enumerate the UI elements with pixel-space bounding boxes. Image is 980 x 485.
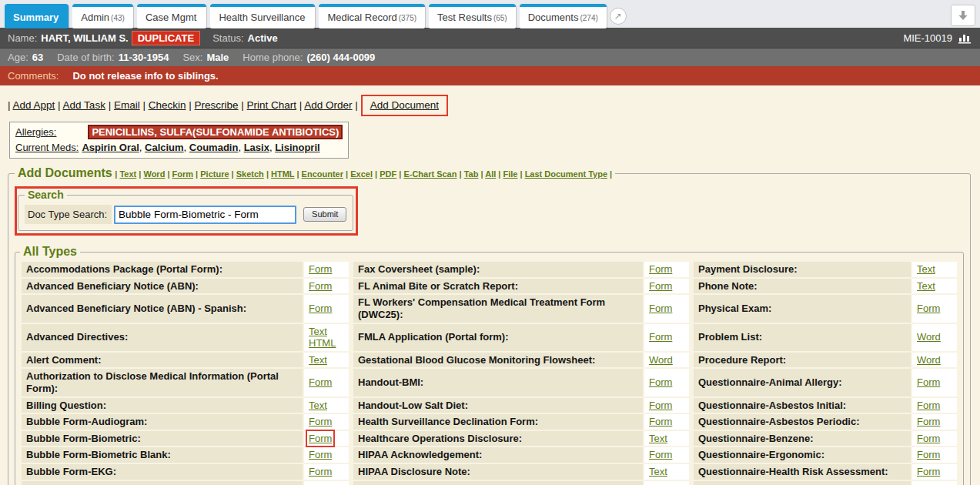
doc-type-link-form[interactable]: Form — [309, 280, 332, 292]
doc-type-label: Physical Exam: — [691, 295, 911, 322]
patient-sex: Male — [206, 52, 229, 63]
doc-format-link[interactable]: Encounter — [302, 169, 343, 179]
bar-chart-icon[interactable] — [958, 32, 972, 44]
doc-type-link-form[interactable]: Form — [309, 466, 332, 477]
doc-type-link-form[interactable]: Form — [917, 466, 940, 477]
doc-type-link-form[interactable]: Form — [649, 331, 672, 343]
doc-type-link-form[interactable]: Form — [649, 280, 672, 292]
tab[interactable]: Case Mgmt — [137, 4, 206, 28]
doc-format-link[interactable]: Tab — [464, 169, 479, 179]
doc-type-label: Bubble Form-Audiogram: — [22, 414, 303, 430]
med-link[interactable]: Lasix — [244, 142, 269, 153]
doc-type-link-text[interactable]: Text — [309, 354, 327, 366]
doc-format-link[interactable]: Form — [172, 169, 194, 179]
doc-type-link-word[interactable]: Word — [649, 354, 673, 366]
doc-type-link-word[interactable]: Word — [917, 331, 941, 343]
doc-format-link[interactable]: Excel — [350, 169, 373, 179]
doc-type-link-form[interactable]: Form — [917, 400, 940, 411]
action-link[interactable]: Prescribe — [194, 99, 238, 111]
tab-label: Medical Record — [327, 12, 396, 23]
doc-type-link-form[interactable]: Form — [309, 449, 332, 460]
doc-type-link-text[interactable]: Text — [309, 400, 327, 411]
doc-type-link-cell: Form — [644, 295, 689, 322]
doc-type-link-cell: Form — [304, 414, 349, 430]
doc-type-link-form[interactable]: Form — [649, 449, 672, 460]
doc-format-link[interactable]: Text — [119, 169, 136, 179]
doc-type-search-input[interactable] — [114, 206, 296, 224]
doc-type-link-form[interactable]: Form — [649, 303, 672, 314]
doc-type-label: FMLA Application (Portal form): — [350, 324, 643, 351]
action-link[interactable]: Add Task — [63, 99, 105, 111]
doc-format-link[interactable]: Word — [143, 169, 165, 179]
doc-type-link-word[interactable]: Word — [917, 354, 941, 366]
med-link[interactable]: Lisinopril — [275, 142, 320, 153]
doc-type-link-form[interactable]: Form — [309, 263, 332, 275]
action-link[interactable]: Add Document — [361, 95, 448, 116]
med-link[interactable]: Aspirin Oral — [82, 142, 139, 153]
doc-type-link-form[interactable]: Form — [649, 263, 672, 275]
tab[interactable]: Health Surveillance — [210, 4, 315, 28]
doc-type-link-scan[interactable]: Scan — [649, 483, 672, 485]
name-label: Name: — [8, 32, 37, 44]
doc-type-label: FL Animal Bite or Scratch Report: — [350, 279, 643, 294]
doc-type-link-cell: Scan — [644, 481, 689, 485]
doc-type-link-text[interactable]: Text — [917, 263, 935, 275]
tab[interactable]: Medical Record(375) — [319, 4, 425, 28]
doc-type-link-form[interactable]: Form — [917, 483, 940, 485]
doc-type-link-text[interactable]: Text — [917, 280, 935, 292]
doc-type-link-form[interactable]: Form — [649, 416, 672, 427]
popout-icon[interactable]: ↗ — [610, 8, 627, 25]
med-link[interactable]: Coumadin — [189, 142, 239, 153]
action-link[interactable]: Email — [114, 99, 140, 111]
doc-type-link-cell: TextHTML — [304, 324, 349, 351]
submit-button[interactable]: Submit — [303, 207, 346, 222]
doc-type-link-form[interactable]: Form — [309, 483, 332, 485]
doc-type-link-text[interactable]: Text — [649, 433, 667, 444]
doc-format-link[interactable]: Last Document Type — [525, 169, 607, 179]
doc-type-link-form[interactable]: Form — [309, 416, 332, 427]
doc-type-link-form[interactable]: Form — [649, 400, 672, 411]
tab[interactable]: Summary — [5, 4, 69, 28]
doc-type-link-form[interactable]: Form — [917, 449, 940, 460]
doc-format-link[interactable]: All — [485, 169, 496, 179]
tab[interactable]: Test Results(65) — [429, 4, 516, 28]
doc-format-link[interactable]: Picture — [200, 169, 229, 179]
doc-type-label: Advanced Beneficiary Notice (ABN) - Span… — [22, 295, 303, 322]
doc-format-link[interactable]: Sketch — [236, 169, 264, 179]
doc-type-label: Bubble Form-Biometric: — [22, 431, 303, 447]
action-link[interactable]: Print Chart — [247, 99, 297, 111]
current-meds-link[interactable]: Current Meds: — [15, 140, 79, 156]
tab-count: (274) — [580, 14, 597, 22]
med-link[interactable]: Calcium — [145, 142, 184, 153]
tab[interactable]: Documents(274) — [520, 4, 607, 28]
doc-format-link[interactable]: PDF — [380, 169, 396, 179]
doc-type-link-text[interactable]: Text — [309, 326, 327, 337]
doc-type-link-form[interactable]: Form — [917, 433, 940, 444]
doc-type-link-html[interactable]: HTML — [309, 337, 336, 349]
patient-dob: 11-30-1954 — [119, 52, 169, 63]
action-link[interactable]: Add Order — [304, 99, 352, 111]
doc-type-row: Alert Comment:TextGestational Blood Gluc… — [22, 353, 957, 368]
tab[interactable]: Admin(43) — [72, 4, 133, 28]
action-link[interactable]: Checkin — [149, 99, 186, 111]
allergies-link[interactable]: Allergies: — [15, 125, 79, 140]
doc-type-link-form[interactable]: Form — [649, 376, 672, 388]
doc-type-link-form[interactable]: Form — [309, 303, 332, 314]
doc-type-link-form[interactable]: Form — [309, 376, 332, 388]
doc-type-label: Handout-Low Salt Diet: — [350, 398, 643, 413]
duplicate-badge[interactable]: DUPLICATE — [132, 31, 200, 45]
collapse-header-button[interactable] — [951, 5, 975, 26]
doc-type-link-form[interactable]: Form — [309, 433, 332, 444]
doc-type-link-text[interactable]: Text — [649, 466, 667, 477]
action-link[interactable]: Add Appt — [13, 99, 55, 111]
doc-type-row: Advanced Directives:TextHTMLFMLA Applica… — [22, 324, 957, 351]
doc-format-link[interactable]: E-Chart Scan — [403, 169, 457, 179]
doc-type-link-form[interactable]: Form — [917, 303, 940, 314]
doc-format-link[interactable]: File — [503, 169, 517, 179]
doc-type-label: Questionnaire-Health Risk Assessment: — [691, 464, 911, 480]
doc-format-link[interactable]: HTML — [271, 169, 294, 179]
doc-type-link-form[interactable]: Form — [917, 376, 940, 388]
allergy-value[interactable]: PENICILLINS, SULFA(SULFONAMIDE ANTIBIOTI… — [88, 125, 343, 139]
all-types-section: All Types Accommodations Package (Portal… — [15, 245, 964, 485]
doc-type-link-form[interactable]: Form — [917, 416, 940, 427]
